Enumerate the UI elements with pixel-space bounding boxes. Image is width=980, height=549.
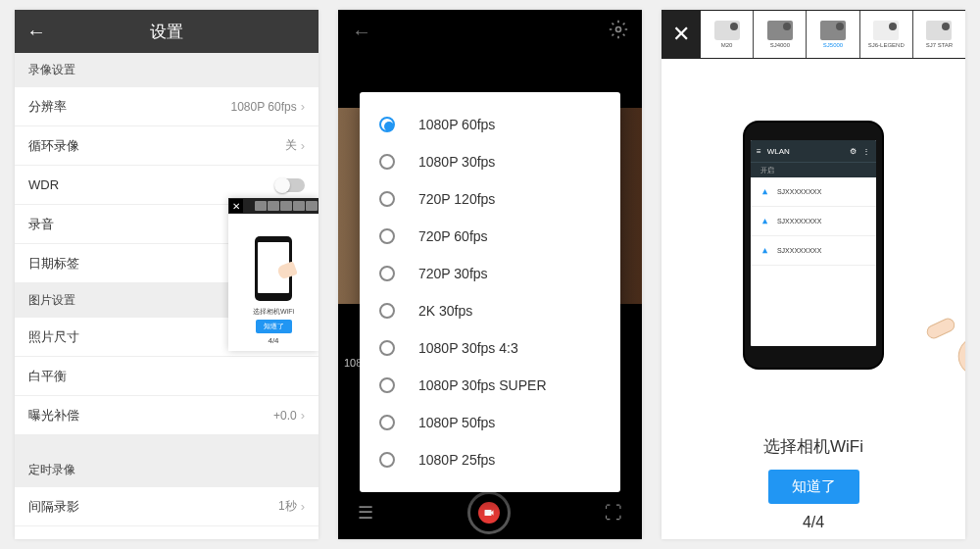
resolution-option[interactable]: 1080P 25fps (360, 441, 620, 478)
wlan-ssid: SJXXXXXXXX (777, 247, 822, 254)
section-video: 录像设置 (15, 53, 318, 87)
header: ← 设置 (15, 10, 318, 53)
option-label: 1080P 60fps (418, 117, 495, 132)
row-label: 间隔录影 (28, 498, 278, 516)
radio-icon (379, 117, 395, 132)
popup-header: ✕ (228, 198, 318, 214)
row-label: 循环录像 (28, 137, 285, 155)
popup-ok-button[interactable]: 知道了 (256, 320, 292, 333)
finger-illustration (934, 314, 965, 373)
chevron-right-icon: › (301, 499, 305, 514)
option-label: 720P 60fps (418, 228, 488, 244)
wlan-item[interactable]: ▼SJXXXXXXXX (751, 207, 876, 236)
option-label: 1080P 30fps 4:3 (418, 340, 518, 356)
page-indicator: 4/4 (662, 514, 965, 531)
radio-icon (379, 415, 395, 430)
model-label: SJ7 STAR (926, 42, 954, 48)
camera-model-icon (820, 21, 846, 40)
wlan-sub: 开启 (751, 162, 876, 177)
radio-icon (379, 228, 395, 244)
record-button[interactable] (467, 491, 511, 534)
wifi-icon: ▼ (760, 246, 769, 256)
row-value: 关 (285, 137, 297, 154)
radio-icon (379, 452, 395, 468)
model-tab[interactable]: M20 (701, 11, 753, 58)
resolution-option[interactable]: 1080P 30fps (360, 143, 620, 180)
wlan-item[interactable]: ▼SJXXXXXXXX (751, 236, 876, 266)
model-tab[interactable]: SJ6-LEGEND (860, 11, 912, 58)
page-title: 设置 (58, 21, 275, 43)
option-label: 1080P 30fps (418, 154, 495, 170)
camera-preview-screen: ← 108 1080P 60fps1080P 30fps720P 120fps7… (338, 10, 642, 539)
row-timelapse[interactable]: 间隔录影 1秒 › (15, 487, 318, 526)
radio-icon (379, 266, 395, 281)
wlan-item[interactable]: ▼SJXXXXXXXX (751, 177, 876, 207)
radio-icon (379, 340, 395, 356)
radio-icon (379, 303, 395, 319)
bottom-bar: ☰ ⛶ (338, 486, 642, 539)
radio-icon (379, 154, 395, 170)
popup-caption: 选择相机WiFi (253, 307, 294, 317)
model-label: SJ4000 (770, 42, 790, 48)
wifi-icon: ▼ (760, 187, 769, 197)
model-label: SJ6-LEGEND (868, 42, 905, 48)
back-button[interactable]: ← (15, 21, 58, 43)
close-button[interactable]: ✕ (662, 22, 701, 47)
model-tab[interactable]: SJ5000 (807, 11, 858, 58)
resolution-option[interactable]: 1080P 60fps (360, 106, 620, 143)
chevron-right-icon: › (301, 99, 305, 114)
option-label: 720P 120fps (418, 191, 495, 207)
fullscreen-icon[interactable]: ⛶ (605, 503, 622, 524)
option-label: 2K 30fps (418, 303, 472, 319)
row-loop[interactable]: 循环录像 关 › (15, 126, 318, 166)
resolution-option[interactable]: 720P 30fps (360, 255, 620, 292)
wlan-title: WLAN (767, 147, 790, 156)
option-label: 720P 30fps (418, 266, 488, 281)
model-tab[interactable]: SJ7 STAR (913, 11, 965, 58)
resolution-option[interactable]: 720P 60fps (360, 218, 620, 255)
got-it-button[interactable]: 知道了 (768, 470, 859, 504)
row-value: +0.0 (273, 409, 297, 423)
gear-icon: ⚙ (850, 147, 857, 156)
section-timer: 定时录像 (15, 453, 318, 487)
menu-icon[interactable]: ☰ (358, 502, 373, 524)
row-value: 1秒 (278, 498, 297, 515)
row-label: 白平衡 (28, 368, 305, 385)
row-wb[interactable]: 白平衡 (15, 357, 318, 396)
row-resolution[interactable]: 分辨率 1080P 60fps › (15, 87, 318, 126)
resolution-option[interactable]: 2K 30fps (360, 292, 620, 329)
model-label: SJ5000 (823, 42, 843, 48)
resolution-option[interactable]: 1080P 30fps SUPER (360, 367, 620, 404)
resolution-option[interactable]: 720P 120fps (360, 180, 620, 218)
camera-icon (478, 502, 500, 524)
section-gap (15, 435, 318, 453)
row-value: 1080P 60fps (230, 100, 296, 114)
radio-icon (379, 191, 395, 207)
model-tab[interactable]: SJ4000 (754, 11, 806, 58)
tutorial-body: ≡WLAN ⚙⋮ 开启 ▼SJXXXXXXXX▼SJXXXXXXXX▼SJXXX… (662, 59, 965, 431)
camera-model-icon (926, 21, 952, 40)
wlan-ssid: SJXXXXXXXX (777, 188, 822, 195)
row-label: WDR (28, 177, 275, 192)
model-thumbs (243, 201, 318, 211)
camera-model-icon (714, 21, 740, 40)
option-label: 1080P 50fps (418, 415, 495, 430)
back-button[interactable]: ← (352, 21, 371, 43)
popup-body: 选择相机WiFi 知道了 4/4 (228, 214, 318, 351)
header: ✕ M20SJ4000SJ5000SJ6-LEGENDSJ7 STAR (662, 10, 965, 59)
gear-icon[interactable] (609, 20, 628, 43)
popup-page: 4/4 (268, 336, 278, 345)
row-label: 分辨率 (28, 98, 230, 116)
close-icon[interactable]: ✕ (229, 199, 243, 213)
chevron-right-icon: › (301, 408, 305, 423)
more-icon: ⋮ (862, 147, 870, 156)
option-label: 1080P 25fps (418, 452, 495, 468)
toggle-off[interactable] (275, 178, 305, 192)
option-label: 1080P 30fps SUPER (418, 377, 547, 393)
resolution-option[interactable]: 1080P 30fps 4:3 (360, 329, 620, 367)
svg-point-0 (616, 27, 621, 32)
radio-icon (379, 377, 395, 393)
resolution-option[interactable]: 1080P 50fps (360, 404, 620, 441)
row-label: 曝光补偿 (28, 407, 273, 424)
row-ev[interactable]: 曝光补偿 +0.0 › (15, 396, 318, 435)
